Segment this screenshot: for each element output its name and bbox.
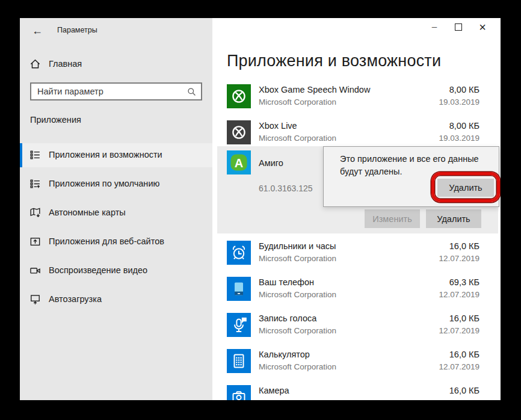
sidebar-item-web-apps[interactable]: Приложения для веб-сайтов [20,230,212,254]
app-date: 12.07.2019 [439,326,479,335]
main-content: ─ × Приложения и возможности Xbox Game S… [212,18,501,400]
uninstall-confirm-flyout: Это приложение и все его данные будут уд… [323,146,499,207]
settings-window: ← Параметры Главная Приложения Приложени… [20,18,501,400]
app-publisher: Microsoft Corporation [259,326,336,335]
sidebar: ← Параметры Главная Приложения Приложени… [20,18,212,400]
search-box [30,82,202,100]
camera-icon [227,385,251,400]
app-size: 16,0 КБ [449,241,479,251]
amigo-icon: A [227,150,251,174]
app-size: 69,3 КБ [449,277,479,287]
app-date: 12.07.2019 [439,362,479,371]
home-icon [29,58,42,70]
video-camera-icon [29,264,42,277]
app-date: 19.03.2019 [439,97,479,107]
app-size: 16,0 КБ [449,386,479,395]
flyout-message: Это приложение и все его данные будут уд… [340,153,490,178]
sidebar-item-label: Автономные карты [49,208,126,217]
app-row-xbox-game-speech-window[interactable]: Xbox Game Speech Window Microsoft Corpor… [212,84,501,111]
xbox-icon [227,84,251,108]
sidebar-item-apps-features[interactable]: Приложения и возможности [20,143,212,167]
sidebar-item-default-apps[interactable]: Приложения по умолчанию [20,172,212,196]
app-row-xbox-live[interactable]: Xbox Live Microsoft Corporation 8,00 КБ … [212,120,501,147]
close-button[interactable]: × [470,18,495,36]
app-row-camera[interactable]: Камера Microsoft Corporation 16,0 КБ 12.… [212,385,501,400]
phone-icon [227,277,251,301]
app-publisher: Microsoft Corporation [259,362,336,371]
app-version: 61.0.3163.125 [259,184,313,193]
sidebar-item-label: Главная [49,59,82,69]
maximize-button[interactable] [446,18,470,36]
sidebar-item-home[interactable]: Главная [20,55,212,73]
app-size: 16,0 КБ [449,313,479,323]
app-row-voice-recorder[interactable]: Запись голоса Microsoft Corporation 16,0… [212,313,501,339]
apps-features-icon [29,149,42,161]
xbox-icon [227,120,251,144]
selected-accent-bar [20,143,22,167]
app-name: Запись голоса [259,313,316,323]
svg-text:A: A [235,156,243,170]
search-icon [187,87,197,97]
modify-button[interactable]: Изменить [365,209,420,228]
uninstall-button[interactable]: Удалить [426,209,481,228]
search-input[interactable] [31,84,201,99]
flyout-uninstall-button[interactable]: Удалить [437,179,494,197]
app-publisher: Microsoft Corporation [259,398,336,400]
calculator-icon [227,349,251,373]
default-apps-icon [29,178,42,190]
offline-maps-icon [29,206,42,219]
app-name: Xbox Game Speech Window [259,85,370,94]
app-publisher: Microsoft Corporation [259,97,336,107]
app-name: Будильники и часы [259,241,336,251]
app-publisher: Microsoft Corporation [259,254,336,263]
window-title: Параметры [57,26,97,34]
app-date: 12.07.2019 [439,290,479,299]
app-date: 19.03.2019 [439,134,479,143]
sidebar-item-label: Приложения для веб-сайтов [49,236,164,246]
app-name: Калькулятор [259,350,310,359]
sidebar-item-label: Воспроизведение видео [49,265,147,275]
startup-icon [29,293,42,306]
sidebar-item-label: Приложения по умолчанию [49,179,159,188]
minimize-button[interactable]: ─ [422,18,446,36]
app-size: 16,0 КБ [449,350,479,359]
app-name: Амиго [259,158,283,168]
alarm-clock-icon [227,241,251,265]
back-button[interactable]: ← [28,23,44,37]
app-row-calculator[interactable]: Калькулятор Microsoft Corporation 16,0 К… [212,349,501,375]
sidebar-item-video-playback[interactable]: Воспроизведение видео [20,259,212,283]
app-publisher: Microsoft Corporation [259,290,336,299]
maximize-icon [455,23,462,31]
apps-for-websites-icon [29,235,42,248]
app-publisher: Microsoft Corporation [259,134,336,143]
app-row-your-phone[interactable]: Ваш телефон Microsoft Corporation 69,3 К… [212,277,501,303]
sidebar-item-label: Приложения и возможности [49,150,162,159]
sidebar-item-startup[interactable]: Автозагрузка [20,288,212,312]
sidebar-item-offline-maps[interactable]: Автономные карты [20,201,212,225]
sidebar-section-title: Приложения [30,115,81,125]
voice-recorder-icon [227,313,251,337]
page-title: Приложения и возможности [227,52,441,70]
app-size: 8,00 КБ [449,121,479,131]
app-date: 12.07.2019 [439,398,479,400]
app-size: 8,00 КБ [449,85,479,94]
app-row-alarms-clock[interactable]: Будильники и часы Microsoft Corporation … [212,241,501,267]
app-name: Ваш телефон [259,277,314,287]
app-date: 12.07.2019 [439,254,479,263]
app-name: Камера [259,386,289,395]
app-name: Xbox Live [259,121,297,131]
window-controls: ─ × [422,18,495,36]
sidebar-item-label: Автозагрузка [49,294,102,304]
